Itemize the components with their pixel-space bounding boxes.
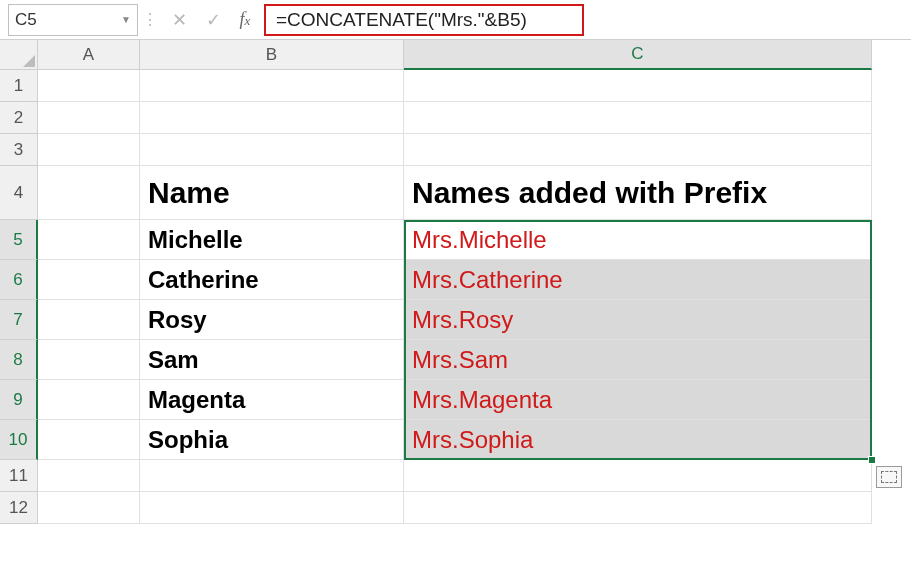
svg-marker-0 (23, 55, 35, 67)
cell-c10[interactable]: Mrs.Sophia (404, 420, 872, 460)
cell-a6[interactable] (38, 260, 140, 300)
cell-c5[interactable]: Mrs.Michelle (404, 220, 872, 260)
row-header-9[interactable]: 9 (0, 380, 38, 420)
cell-b4[interactable]: Name (140, 166, 404, 220)
cell-c4[interactable]: Names added with Prefix (404, 166, 872, 220)
cell-a2[interactable] (38, 102, 140, 134)
cell-c12[interactable] (404, 492, 872, 524)
cell-a8[interactable] (38, 340, 140, 380)
cell-b1[interactable] (140, 70, 404, 102)
row-header-8[interactable]: 8 (0, 340, 38, 380)
formula-bar: C5 ▼ ⋮ ✕ ✓ fx =CONCATENATE("Mrs."&B5) (0, 0, 911, 40)
row-header-4[interactable]: 4 (0, 166, 38, 220)
name-box[interactable]: C5 ▼ (8, 4, 138, 36)
cell-c6[interactable]: Mrs.Catherine (404, 260, 872, 300)
row-header-2[interactable]: 2 (0, 102, 38, 134)
row-header-10[interactable]: 10 (0, 420, 38, 460)
cell-a12[interactable] (38, 492, 140, 524)
row-header-11[interactable]: 11 (0, 460, 38, 492)
row-header-12[interactable]: 12 (0, 492, 38, 524)
cell-c11[interactable] (404, 460, 872, 492)
cell-b3[interactable] (140, 134, 404, 166)
cell-b11[interactable] (140, 460, 404, 492)
cell-c2[interactable] (404, 102, 872, 134)
fill-handle[interactable] (868, 456, 876, 464)
select-all-corner[interactable] (0, 40, 38, 70)
formula-text: =CONCATENATE("Mrs."&B5) (276, 9, 527, 31)
cell-a11[interactable] (38, 460, 140, 492)
cell-a3[interactable] (38, 134, 140, 166)
cell-b8[interactable]: Sam (140, 340, 404, 380)
cell-a9[interactable] (38, 380, 140, 420)
cell-b9[interactable]: Magenta (140, 380, 404, 420)
cell-a5[interactable] (38, 220, 140, 260)
name-box-value: C5 (15, 10, 37, 30)
cell-c8[interactable]: Mrs.Sam (404, 340, 872, 380)
row-header-6[interactable]: 6 (0, 260, 38, 300)
cell-b5[interactable]: Michelle (140, 220, 404, 260)
column-headers: A B C (38, 40, 872, 70)
cell-a1[interactable] (38, 70, 140, 102)
col-header-a[interactable]: A (38, 40, 140, 70)
row-header-1[interactable]: 1 (0, 70, 38, 102)
separator-icon: ⋮ (138, 10, 162, 29)
cell-a4[interactable] (38, 166, 140, 220)
cell-b12[interactable] (140, 492, 404, 524)
cell-a10[interactable] (38, 420, 140, 460)
cell-b2[interactable] (140, 102, 404, 134)
chevron-down-icon[interactable]: ▼ (121, 14, 131, 25)
row-header-5[interactable]: 5 (0, 220, 38, 260)
paste-options-icon[interactable] (876, 466, 902, 488)
row-headers: 1 2 3 4 5 6 7 8 9 10 11 12 (0, 70, 38, 524)
cell-b6[interactable]: Catherine (140, 260, 404, 300)
cell-c9[interactable]: Mrs.Magenta (404, 380, 872, 420)
cancel-icon[interactable]: ✕ (162, 4, 196, 36)
row-header-3[interactable]: 3 (0, 134, 38, 166)
col-header-b[interactable]: B (140, 40, 404, 70)
cell-b7[interactable]: Rosy (140, 300, 404, 340)
fx-icon[interactable]: fx (230, 9, 260, 30)
confirm-icon[interactable]: ✓ (196, 4, 230, 36)
cell-c7[interactable]: Mrs.Rosy (404, 300, 872, 340)
row-header-7[interactable]: 7 (0, 300, 38, 340)
grid: Name Names added with Prefix Michelle Mr… (38, 70, 872, 524)
formula-input[interactable]: =CONCATENATE("Mrs."&B5) (264, 4, 584, 36)
cell-b10[interactable]: Sophia (140, 420, 404, 460)
cell-a7[interactable] (38, 300, 140, 340)
cell-c1[interactable] (404, 70, 872, 102)
col-header-c[interactable]: C (404, 40, 872, 70)
cell-c3[interactable] (404, 134, 872, 166)
